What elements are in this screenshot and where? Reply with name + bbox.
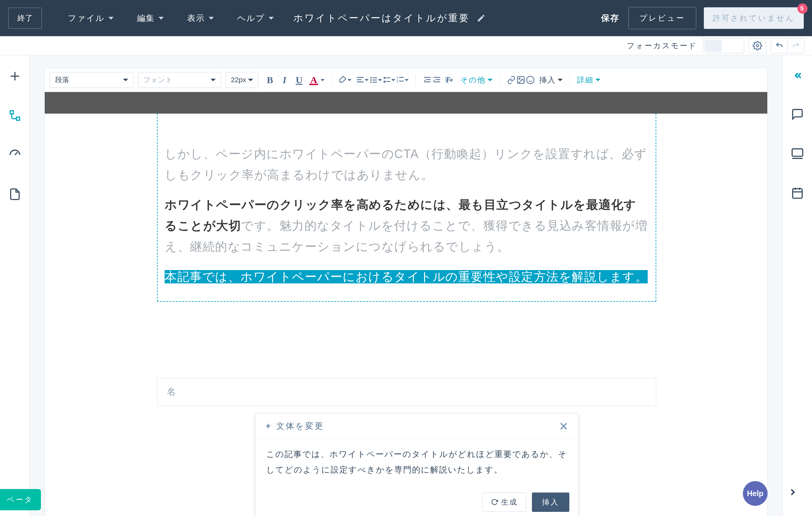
- save-label[interactable]: 保存: [601, 12, 619, 24]
- settings-button[interactable]: [749, 38, 766, 53]
- header-strip: [45, 92, 767, 114]
- checklist-icon[interactable]: [382, 76, 392, 84]
- chevron-down-icon: [378, 79, 382, 81]
- divider: [331, 74, 332, 86]
- ai-popover-header: 文体を変更: [255, 413, 578, 439]
- notification-badge: 5: [798, 3, 808, 13]
- help-fab[interactable]: Help: [743, 481, 767, 506]
- indent-icon[interactable]: [432, 76, 441, 84]
- generate-button[interactable]: 生成: [483, 492, 526, 512]
- align-left-icon[interactable]: [356, 76, 365, 84]
- svg-rect-40: [793, 189, 802, 198]
- close-icon[interactable]: [558, 421, 569, 431]
- image-icon[interactable]: [516, 76, 525, 84]
- svg-rect-38: [792, 149, 803, 156]
- ai-popover-footer: 生成 挿入: [255, 487, 578, 516]
- preview-button[interactable]: プレビュー: [628, 7, 696, 29]
- undo-icon: [775, 42, 783, 50]
- svg-rect-20: [399, 77, 404, 78]
- svg-point-0: [756, 45, 759, 47]
- svg-rect-18: [386, 81, 390, 82]
- rich-text-toolbar: 段落 フォント 22px B I U A 12: [45, 68, 767, 92]
- plus-icon[interactable]: [8, 70, 21, 82]
- gauge-icon[interactable]: [8, 148, 21, 161]
- chevron-down-icon: [123, 79, 128, 81]
- svg-rect-23: [424, 77, 431, 78]
- svg-rect-29: [434, 82, 440, 82]
- svg-rect-27: [434, 77, 440, 78]
- expand-chevron[interactable]: [787, 487, 798, 497]
- bold-button[interactable]: B: [263, 73, 277, 87]
- svg-rect-17: [384, 81, 386, 82]
- underline-button[interactable]: U: [292, 73, 306, 87]
- clear-format-button[interactable]: Tx: [442, 73, 456, 87]
- size-select[interactable]: 22px: [226, 72, 259, 88]
- file-icon[interactable]: [8, 188, 21, 200]
- menu-file-label: ファイル: [68, 13, 105, 24]
- sub-bar: フォーカスモード: [0, 36, 812, 55]
- svg-rect-14: [373, 82, 377, 83]
- chevron-down-icon: [158, 17, 164, 20]
- redo-button[interactable]: [788, 38, 804, 53]
- focus-toggle[interactable]: [703, 38, 744, 53]
- link-icon[interactable]: [507, 76, 516, 84]
- menu-edit[interactable]: 編集: [127, 13, 174, 24]
- menu-file[interactable]: ファイル: [58, 13, 124, 24]
- divider: [570, 74, 570, 86]
- chevron-down-icon: [248, 79, 253, 81]
- svg-point-13: [371, 82, 372, 83]
- chevron-down-icon: [365, 79, 369, 81]
- font-select[interactable]: フォント: [138, 72, 221, 88]
- undo-button[interactable]: [771, 38, 788, 53]
- collapse-icon[interactable]: [792, 70, 803, 81]
- name-input[interactable]: 名: [157, 378, 656, 406]
- detail-menu[interactable]: 詳細: [577, 75, 601, 85]
- canvas: 段落 フォント 22px B I U A 12: [30, 55, 782, 516]
- top-bar: 終了 ファイル 編集 表示 ヘルプ ホワイトペーパーはタイトルが重要 保存 プレ…: [0, 0, 812, 36]
- chevron-down-icon: [348, 79, 351, 81]
- paragraph-1[interactable]: しかし、ページ内にホワイトペーパーのCTA（行動喚起）リンクを設置すれば、必ずし…: [159, 143, 655, 185]
- redo-icon: [792, 42, 800, 50]
- svg-point-11: [371, 79, 372, 81]
- ai-popover-body: この記事では、ホワイトペーパーのタイトルがどれほど重要であるか、そしてどのように…: [255, 439, 578, 487]
- comment-icon[interactable]: [791, 108, 804, 120]
- highlight-icon[interactable]: [339, 76, 348, 84]
- svg-rect-15: [384, 77, 386, 79]
- exit-button[interactable]: 終了: [8, 8, 42, 29]
- insert-button[interactable]: 挿入: [532, 492, 569, 512]
- svg-rect-3: [10, 111, 13, 114]
- more-menu[interactable]: その他: [460, 75, 493, 85]
- menu-help[interactable]: ヘルプ: [227, 13, 284, 24]
- pencil-icon[interactable]: [477, 13, 486, 23]
- paragraph-2[interactable]: ホワイトペーパーのクリック率を高めるためには、最も目立つタイトルを最適化すること…: [159, 194, 655, 257]
- insert-menu[interactable]: 挿入: [539, 75, 563, 85]
- bullet-list-icon[interactable]: [369, 76, 378, 84]
- detail-label: 詳細: [577, 75, 593, 85]
- chevron-down-icon: [405, 79, 409, 81]
- calendar-icon[interactable]: [791, 187, 804, 199]
- auth-button[interactable]: 許可されていません 5: [704, 7, 804, 29]
- svg-rect-7: [357, 79, 361, 80]
- svg-rect-16: [386, 77, 390, 78]
- chevron-down-icon: [558, 79, 563, 81]
- monitor-icon[interactable]: [791, 147, 804, 160]
- bolt-icon: [265, 423, 272, 430]
- text-color-button[interactable]: A: [307, 73, 321, 87]
- italic-button[interactable]: I: [278, 73, 291, 87]
- size-select-label: 22px: [231, 76, 246, 84]
- emoji-icon[interactable]: [526, 76, 535, 84]
- paragraph-3-wrapper[interactable]: 本記事では、ホワイトペーパーにおけるタイトルの重要性や設定方法を解説します。: [159, 266, 655, 287]
- svg-text:1: 1: [397, 76, 398, 80]
- outdent-icon[interactable]: [423, 76, 432, 84]
- title-area: ホワイトペーパーはタイトルが重要: [293, 12, 598, 25]
- refresh-icon: [491, 498, 498, 506]
- numbered-list-icon[interactable]: 12: [396, 76, 405, 84]
- paragraph-3-selection: 本記事では、ホワイトペーパーにおけるタイトルの重要性や設定方法を解説します。: [165, 270, 648, 283]
- svg-rect-8: [357, 82, 364, 82]
- undo-redo-group: [771, 38, 804, 53]
- svg-rect-28: [436, 79, 440, 80]
- menu-view[interactable]: 表示: [177, 13, 224, 24]
- tree-icon[interactable]: [8, 109, 21, 122]
- style-select[interactable]: 段落: [50, 72, 134, 88]
- beta-pill[interactable]: ベータ: [0, 489, 41, 510]
